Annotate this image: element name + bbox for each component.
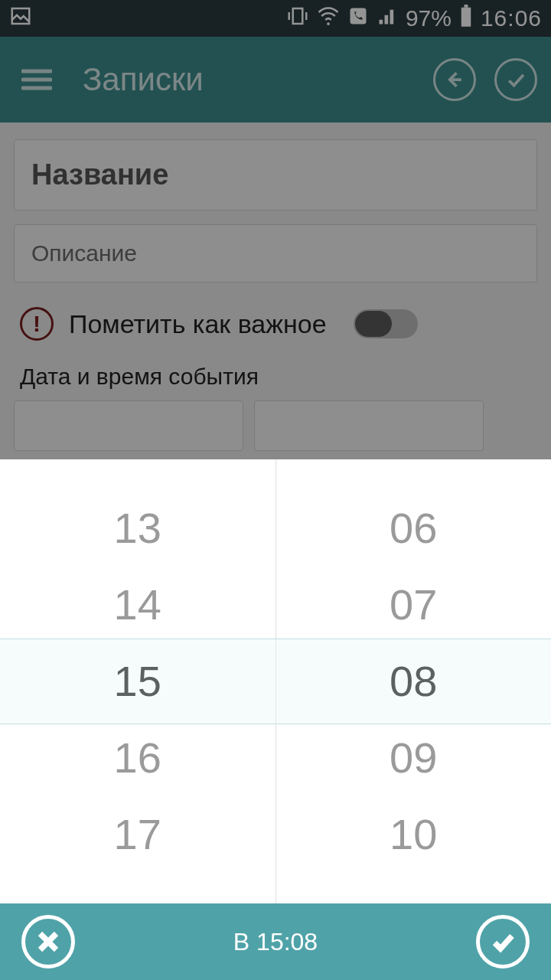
hour-option[interactable]: 13	[114, 490, 161, 567]
hour-option[interactable]: 16	[114, 720, 161, 796]
minute-option[interactable]: 09	[390, 720, 437, 796]
minute-option[interactable]: 06	[390, 490, 437, 567]
hour-option[interactable]: 14	[114, 567, 161, 643]
selected-time-label: В 15:08	[233, 928, 318, 956]
picker-action-bar: В 15:08	[0, 903, 551, 980]
minute-option[interactable]: 10	[390, 796, 437, 873]
time-picker-sheet: 1314151617 0607080910 В 15:08	[0, 459, 551, 980]
cancel-button[interactable]	[21, 915, 75, 969]
ok-button[interactable]	[476, 915, 530, 969]
hour-wheel[interactable]: 1314151617	[0, 459, 276, 903]
hour-option[interactable]: 17	[114, 796, 161, 873]
minute-wheel[interactable]: 0607080910	[276, 459, 552, 903]
minute-option[interactable]: 08	[390, 643, 437, 720]
hour-option[interactable]: 15	[114, 643, 161, 720]
minute-option[interactable]: 07	[390, 567, 437, 643]
